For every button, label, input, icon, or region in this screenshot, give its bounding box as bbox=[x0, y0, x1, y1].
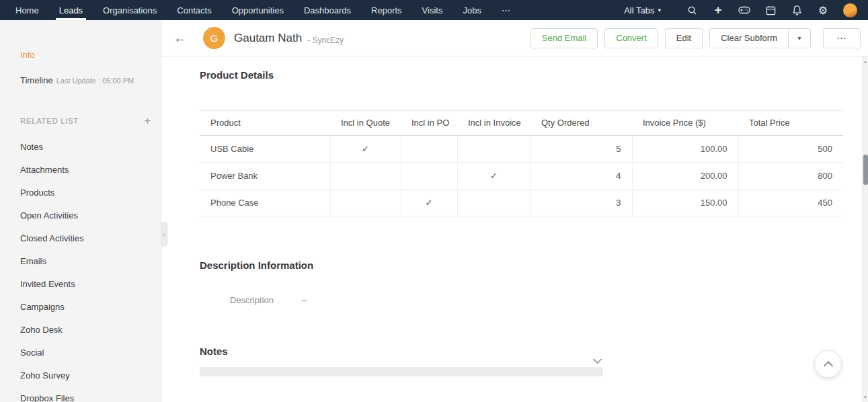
invoice-price-cell: 200.00 bbox=[632, 163, 738, 190]
incl-in-po-cell bbox=[401, 136, 457, 163]
gear-icon[interactable]: ⚙ bbox=[817, 4, 829, 16]
module-tabs: HomeLeadsOrganisationsContactsOpportunit… bbox=[0, 0, 520, 20]
sidebar-item-info[interactable]: Info bbox=[20, 50, 161, 60]
description-section-title: Description Information bbox=[200, 259, 843, 271]
product-link[interactable]: Power Bank bbox=[200, 163, 330, 190]
add-related-list-icon[interactable]: + bbox=[144, 114, 151, 128]
incl-in-invoice-cell bbox=[457, 190, 530, 216]
send-email-button[interactable]: Send Email bbox=[530, 28, 598, 48]
qty-ordered-cell: 4 bbox=[530, 163, 632, 190]
product-link[interactable]: Phone Case bbox=[200, 190, 330, 216]
related-list: NotesAttachmentsProductsOpen ActivitiesC… bbox=[20, 136, 161, 402]
scroll-up-arrow-icon[interactable]: ▲ bbox=[863, 57, 868, 66]
convert-button[interactable]: Convert bbox=[604, 28, 658, 48]
description-section: Description Information Description – bbox=[200, 259, 843, 305]
total-price-cell: 500 bbox=[738, 136, 843, 163]
clear-subform-button[interactable]: Clear Subform bbox=[709, 28, 789, 48]
sidebar-item[interactable]: Zoho Survey bbox=[20, 364, 161, 387]
column-header: Incl in Invoice bbox=[457, 111, 530, 136]
scroll-down-arrow-icon[interactable]: ▼ bbox=[863, 393, 868, 401]
sidebar-item-timeline[interactable]: TimelineLast Update : 05:00 PM bbox=[20, 75, 161, 85]
nav-tab[interactable]: Dashboards bbox=[294, 0, 361, 20]
scroll-to-top-button[interactable] bbox=[814, 350, 842, 378]
nav-tab[interactable]: Home bbox=[5, 0, 49, 20]
sidebar-item[interactable]: Social bbox=[20, 341, 161, 364]
column-header: Product bbox=[200, 111, 330, 136]
nav-tab[interactable]: Leads bbox=[49, 0, 93, 20]
all-tabs-dropdown[interactable]: All Tabs ▾ bbox=[624, 5, 661, 15]
incl-in-invoice-cell: ✓ bbox=[457, 163, 530, 190]
incl-in-po-cell bbox=[401, 163, 457, 190]
description-field-value: – bbox=[302, 295, 307, 305]
column-header: Qty Ordered bbox=[530, 111, 632, 136]
edit-button[interactable]: Edit bbox=[665, 28, 703, 48]
top-navbar: HomeLeadsOrganisationsContactsOpportunit… bbox=[0, 0, 868, 20]
total-price-cell: 450 bbox=[738, 190, 843, 216]
total-price-cell: 800 bbox=[738, 163, 843, 190]
nav-tab[interactable]: Contacts bbox=[167, 0, 221, 20]
table-row: Power Bank ✓ 4 200.00 800 bbox=[200, 163, 843, 190]
sidebar-item[interactable]: Campaigns bbox=[20, 296, 161, 319]
product-details-title: Product Details bbox=[200, 56, 843, 81]
record-avatar: G bbox=[203, 27, 225, 49]
sidebar-item[interactable]: Products bbox=[20, 182, 161, 204]
all-tabs-label: All Tabs bbox=[624, 5, 654, 15]
sidebar-item[interactable]: Dropbox Files bbox=[20, 387, 161, 402]
timeline-label: Timeline bbox=[20, 75, 53, 85]
incl-in-po-cell: ✓ bbox=[401, 190, 457, 216]
incl-in-invoice-cell bbox=[457, 136, 530, 163]
product-link[interactable]: USB Cable bbox=[200, 136, 330, 163]
notes-input-bar[interactable] bbox=[200, 367, 603, 376]
back-arrow-icon[interactable]: ← bbox=[172, 30, 188, 46]
description-field-label: Description bbox=[230, 295, 302, 305]
record-title: Gautam Nath bbox=[234, 32, 302, 45]
column-header: Total Price bbox=[738, 111, 843, 136]
sidebar-item[interactable]: Attachments bbox=[20, 159, 161, 182]
nav-tab[interactable]: Jobs bbox=[452, 0, 491, 20]
more-actions-button[interactable]: ⋯ bbox=[823, 28, 861, 48]
sidebar-item[interactable]: Closed Activities bbox=[20, 227, 161, 250]
chevron-down-icon[interactable]: ▾ bbox=[788, 28, 811, 48]
main-panel: ← G Gautam Nath - SyncEzy Send Email Con… bbox=[161, 20, 868, 402]
sidebar-collapse-handle[interactable]: ‹ bbox=[161, 223, 167, 246]
vertical-scrollbar[interactable]: ▲ ▼ bbox=[862, 56, 868, 402]
table-row: Phone Case ✓ 3 150.00 450 bbox=[200, 190, 843, 216]
sidebar-item[interactable]: Invited Events bbox=[20, 273, 161, 296]
record-actions: Send Email Convert Edit Clear Subform ▾ … bbox=[530, 28, 861, 48]
sidebar-item[interactable]: Zoho Desk bbox=[20, 319, 161, 341]
navbar-right: All Tabs ▾ + ⚙ bbox=[624, 0, 868, 20]
user-avatar[interactable] bbox=[843, 3, 857, 17]
scrollbar-thumb[interactable] bbox=[863, 155, 868, 185]
nav-tab[interactable]: Visits bbox=[412, 0, 453, 20]
bell-icon[interactable] bbox=[791, 4, 803, 16]
nav-tab[interactable]: ⋯ bbox=[491, 0, 520, 20]
column-header: Incl in Quote bbox=[330, 111, 401, 136]
column-header: Incl in PO bbox=[401, 111, 457, 136]
nav-tab[interactable]: Reports bbox=[361, 0, 412, 20]
record-header: ← G Gautam Nath - SyncEzy Send Email Con… bbox=[161, 20, 868, 56]
games-icon[interactable] bbox=[738, 4, 750, 16]
search-icon[interactable] bbox=[686, 4, 698, 16]
invoice-price-cell: 150.00 bbox=[632, 190, 738, 216]
chevron-up-icon bbox=[823, 361, 832, 370]
nav-tab[interactable]: Organisations bbox=[93, 0, 167, 20]
incl-in-quote-cell bbox=[330, 163, 401, 190]
add-record-icon[interactable]: + bbox=[712, 4, 724, 16]
notes-section-title: Notes bbox=[200, 346, 603, 357]
record-subtitle: - SyncEzy bbox=[307, 36, 344, 45]
description-row: Description – bbox=[230, 295, 843, 305]
sidebar-item[interactable]: Emails bbox=[20, 250, 161, 273]
qty-ordered-cell: 5 bbox=[530, 136, 632, 163]
product-details-table: ProductIncl in QuoteIncl in POIncl in In… bbox=[200, 110, 843, 216]
sidebar-item[interactable]: Open Activities bbox=[20, 204, 161, 227]
notes-section: Notes bbox=[200, 346, 603, 376]
record-detail-content: Product Details ProductIncl in QuoteIncl… bbox=[161, 56, 868, 376]
nav-tab[interactable]: Opportunities bbox=[222, 0, 294, 20]
related-list-title: RELATED LIST bbox=[20, 117, 79, 125]
incl-in-quote-cell: ✓ bbox=[330, 136, 401, 163]
related-list-header: RELATED LIST + bbox=[20, 114, 161, 128]
sidebar: Info TimelineLast Update : 05:00 PM RELA… bbox=[0, 20, 161, 402]
sidebar-item[interactable]: Notes bbox=[20, 136, 161, 159]
clear-subform-split-button: Clear Subform ▾ bbox=[709, 28, 811, 48]
calendar-icon[interactable] bbox=[764, 4, 777, 16]
